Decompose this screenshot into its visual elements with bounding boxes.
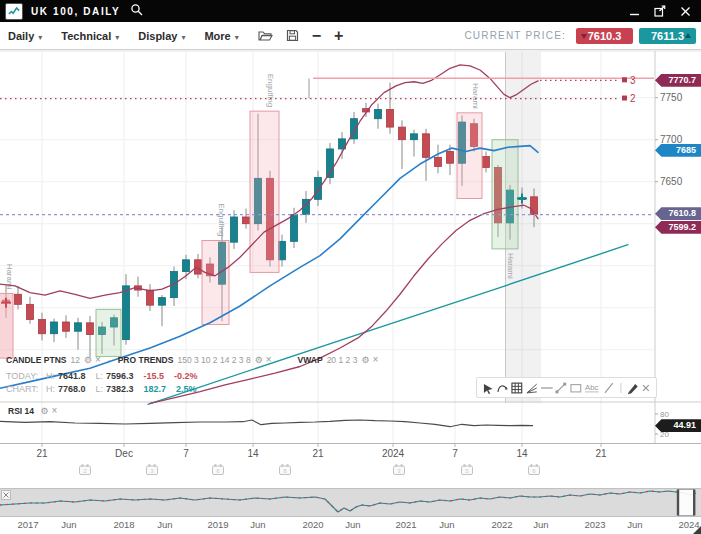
- remove-indicator-icon[interactable]: [48, 406, 57, 416]
- popout-button[interactable]: [654, 5, 666, 17]
- menu-more[interactable]: More: [204, 30, 238, 42]
- x-axis-label: 7: [452, 448, 458, 459]
- cursor-icon[interactable]: [481, 381, 495, 395]
- pencil-icon[interactable]: [626, 381, 640, 395]
- candle-body: [411, 134, 418, 140]
- level-label: 2: [630, 93, 636, 104]
- window-title: UK 100, DAILY: [31, 6, 120, 17]
- x-axis-label: 21: [595, 448, 607, 459]
- save-icon[interactable]: [286, 29, 299, 42]
- indicator-row: CANDLE PTNS 12 · PRO TRENDS 150 3 10 2 1…: [6, 354, 378, 365]
- close-toolbar-icon[interactable]: [640, 381, 652, 395]
- overview-band: [0, 489, 701, 516]
- x-axis-label: 2024: [382, 448, 405, 459]
- candle-body: [315, 178, 322, 200]
- price-axis-badge: 7610.8: [655, 207, 701, 220]
- curve-tool-icon[interactable]: [496, 381, 510, 395]
- menu-display[interactable]: Display: [138, 30, 185, 42]
- level-marker: [622, 96, 627, 101]
- event-flag-pin: [536, 464, 538, 467]
- overview-selection[interactable]: [678, 490, 694, 516]
- pattern-label: Engulfing: [266, 74, 275, 107]
- candle-body: [51, 322, 58, 334]
- ray-line-icon[interactable]: [602, 381, 616, 395]
- minimize-button[interactable]: [629, 6, 640, 17]
- x-axis-label: 14: [247, 448, 259, 459]
- rsi-value-badge: 44.91: [655, 419, 701, 432]
- menu-technical[interactable]: Technical: [61, 30, 119, 42]
- event-flag-pin: [396, 464, 398, 467]
- pattern-box: [202, 241, 229, 325]
- candle-body: [15, 294, 22, 304]
- chart-toolbar: Daily Technical Display More − + CURRENT…: [0, 22, 701, 50]
- candle-body: [291, 214, 298, 241]
- bid-price-badge: 7610.3: [576, 28, 633, 44]
- menu-timeframe[interactable]: Daily: [8, 30, 42, 42]
- event-flag-pin: [220, 464, 222, 467]
- chart-window: UK 100, DAILY Daily Technical Display Mo…: [0, 0, 701, 534]
- close-button[interactable]: [680, 6, 691, 17]
- event-flag-pin: [287, 464, 289, 467]
- gear-icon[interactable]: [80, 355, 92, 365]
- candle-body: [75, 323, 82, 331]
- pattern-label: Harami: [471, 83, 480, 109]
- event-flag-pin: [215, 464, 217, 467]
- rsi-indicator-label: RSI 14: [8, 405, 57, 416]
- open-folder-icon[interactable]: [258, 29, 273, 42]
- overview-axis-label: 2017: [17, 519, 38, 530]
- current-price-label: CURRENT PRICE:: [464, 30, 566, 41]
- overview-axis-label: Jun: [533, 519, 548, 530]
- pattern-box: [492, 140, 518, 249]
- selection-handle[interactable]: [693, 490, 695, 516]
- candle-body: [399, 127, 406, 140]
- candle-body: [279, 241, 286, 259]
- horizontal-line-icon[interactable]: [540, 381, 554, 395]
- gear-icon[interactable]: [357, 355, 369, 365]
- overview-axis-label: 2019: [207, 519, 228, 530]
- overview-axis-label: Jun: [250, 519, 265, 530]
- grid-tool-icon[interactable]: [510, 381, 524, 395]
- pattern-box: [457, 113, 482, 199]
- price-axis-badge: 7770.7: [655, 74, 701, 87]
- event-flag-pin: [531, 464, 533, 467]
- remove-indicator-icon[interactable]: [369, 354, 378, 365]
- remove-indicator-icon[interactable]: [92, 354, 101, 365]
- zoom-in-button[interactable]: +: [334, 28, 343, 44]
- rsi-tick-label: 80: [660, 410, 669, 419]
- price-axis-badge: 7599.2: [655, 221, 701, 234]
- indicator-vwap: VWAP: [298, 355, 323, 365]
- candle-body: [183, 260, 190, 272]
- gear-icon[interactable]: [251, 355, 263, 365]
- text-tool-icon[interactable]: Abc: [584, 381, 602, 395]
- down-arrow-icon: [581, 34, 587, 39]
- app-logo-icon: [5, 3, 23, 20]
- remove-indicator-icon[interactable]: [263, 354, 272, 365]
- candle-body: [447, 151, 454, 163]
- pattern-label: Harami: [506, 253, 515, 279]
- resize-handle[interactable]: [693, 526, 701, 534]
- fan-lines-icon[interactable]: [525, 381, 539, 395]
- event-flag-pin: [282, 464, 284, 467]
- candle-body: [27, 304, 34, 319]
- pattern-box: [96, 309, 121, 356]
- candle-body: [231, 217, 238, 242]
- candle-body: [123, 286, 130, 340]
- zoom-out-button[interactable]: −: [312, 28, 321, 44]
- gear-icon[interactable]: [36, 406, 48, 416]
- overview-axis-label: 2021: [395, 519, 416, 530]
- candle-body: [423, 134, 430, 158]
- candle-body: [387, 109, 394, 127]
- indicator-candle-ptns: CANDLE PTNS: [6, 355, 66, 365]
- overview-axis-label: Jun: [439, 519, 454, 530]
- overview-axis-label: 2022: [491, 519, 512, 530]
- selection-handle[interactable]: [677, 490, 679, 516]
- rectangle-tool-icon[interactable]: [569, 381, 583, 395]
- search-icon[interactable]: [130, 2, 143, 20]
- trend-line-icon[interactable]: [554, 381, 568, 395]
- y-tick-label: 7650: [660, 176, 683, 187]
- svg-text:Abc: Abc: [585, 382, 599, 391]
- chart-canvas[interactable]: HaramiEngulfingEngulfingHaramiHarami3277…: [0, 50, 701, 534]
- candle-body: [375, 109, 382, 118]
- indicator-pro-trends: PRO TRENDS: [118, 355, 174, 365]
- overview-axis-label: 2023: [584, 519, 605, 530]
